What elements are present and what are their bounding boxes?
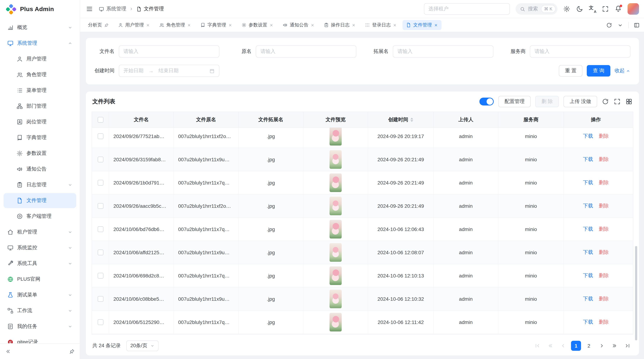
column-header-4[interactable]: 创建时间 bbox=[368, 112, 434, 127]
preview-image[interactable] bbox=[330, 150, 342, 169]
sidebar-item-6[interactable]: 岗位管理 bbox=[4, 114, 76, 129]
tab-6[interactable]: 操作日志 bbox=[320, 20, 359, 30]
row-checkbox[interactable] bbox=[98, 250, 103, 255]
translate-icon[interactable]: 文A bbox=[589, 5, 596, 12]
page-size-select[interactable]: 20条/页 bbox=[126, 341, 158, 351]
preview-image[interactable] bbox=[330, 266, 342, 285]
column-settings-icon[interactable] bbox=[626, 98, 632, 105]
vertical-scrollbar[interactable] bbox=[635, 246, 637, 341]
sidebar-item-14[interactable]: 系统监控 bbox=[4, 240, 76, 255]
close-tab-icon[interactable] bbox=[310, 23, 314, 27]
sidebar-item-12[interactable]: 客户端管理 bbox=[4, 209, 76, 224]
preview-image[interactable] bbox=[330, 290, 342, 308]
download-link[interactable]: 下载 bbox=[583, 249, 593, 256]
sidebar-item-0[interactable]: 概览 bbox=[4, 20, 76, 35]
sort-desc-icon[interactable] bbox=[410, 120, 413, 123]
row-checkbox[interactable] bbox=[98, 157, 103, 162]
delete-button[interactable]: 删 除 bbox=[535, 96, 559, 107]
download-link[interactable]: 下载 bbox=[583, 179, 593, 186]
fullscreen-table-icon[interactable] bbox=[614, 98, 621, 105]
sidebar-item-10[interactable]: 日志管理 bbox=[4, 177, 76, 192]
search-button[interactable]: 查 询 bbox=[587, 65, 610, 76]
close-tab-icon[interactable] bbox=[434, 23, 438, 27]
preview-image[interactable] bbox=[330, 173, 342, 192]
tab-1[interactable]: 用户管理 bbox=[114, 20, 154, 30]
sidebar-pin-icon[interactable] bbox=[69, 349, 75, 354]
tab-0[interactable]: 分析页 bbox=[84, 20, 112, 30]
delete-link[interactable]: 删除 bbox=[599, 203, 609, 209]
sidebar-item-3[interactable]: 角色管理 bbox=[4, 67, 76, 82]
tab-3[interactable]: 字典管理 bbox=[197, 20, 236, 30]
tab-5[interactable]: 通知公告 bbox=[279, 20, 318, 30]
download-link[interactable]: 下载 bbox=[583, 296, 593, 302]
close-tab-icon[interactable] bbox=[187, 23, 191, 27]
sidebar-item-2[interactable]: 用户管理 bbox=[4, 51, 76, 66]
layout-toggle-icon[interactable] bbox=[634, 22, 640, 28]
delete-link[interactable]: 删除 bbox=[599, 249, 609, 256]
filter-input-1[interactable]: 请输入 bbox=[256, 45, 356, 57]
row-checkbox[interactable] bbox=[98, 180, 103, 186]
sidebar-item-8[interactable]: 参数设置 bbox=[4, 146, 76, 161]
upload-button[interactable]: 上传 没做 bbox=[564, 96, 597, 107]
close-tab-icon[interactable] bbox=[228, 23, 232, 27]
stripe-toggle[interactable] bbox=[480, 98, 494, 105]
sidebar-item-15[interactable]: 系统工具 bbox=[4, 256, 76, 271]
page-2[interactable]: 2 bbox=[584, 341, 594, 351]
sidebar-item-19[interactable]: 我的任务 bbox=[4, 319, 76, 334]
date-range-input[interactable]: 开始日期 → 结束日期 bbox=[119, 65, 219, 77]
tab-options-chevron-icon[interactable] bbox=[617, 22, 623, 28]
collapse-sidebar-icon[interactable] bbox=[5, 349, 11, 354]
prev-page-icon[interactable] bbox=[558, 341, 568, 351]
filter-input-2[interactable]: 请输入 bbox=[393, 45, 494, 57]
download-link[interactable]: 下载 bbox=[583, 133, 593, 139]
download-link[interactable]: 下载 bbox=[583, 156, 593, 163]
page-1[interactable]: 1 bbox=[571, 341, 581, 351]
app-logo[interactable]: Plus Admin bbox=[0, 0, 80, 18]
hamburger-menu-icon[interactable] bbox=[86, 5, 93, 12]
row-checkbox[interactable] bbox=[98, 133, 103, 139]
preview-image[interactable] bbox=[330, 220, 342, 239]
delete-link[interactable]: 删除 bbox=[599, 319, 609, 325]
filter-input-0[interactable]: 请输入 bbox=[119, 45, 219, 57]
close-tab-icon[interactable] bbox=[270, 23, 273, 27]
row-checkbox[interactable] bbox=[98, 226, 103, 232]
download-link[interactable]: 下载 bbox=[583, 319, 593, 325]
delete-link[interactable]: 删除 bbox=[599, 296, 609, 302]
row-checkbox[interactable] bbox=[98, 296, 103, 302]
reset-button[interactable]: 重 置 bbox=[559, 65, 582, 76]
preview-image[interactable] bbox=[330, 197, 342, 215]
filter-input-3[interactable]: 请输入 bbox=[530, 45, 630, 57]
row-checkbox[interactable] bbox=[98, 319, 103, 325]
download-link[interactable]: 下载 bbox=[583, 273, 593, 279]
notifications-icon[interactable] bbox=[615, 5, 622, 12]
download-link[interactable]: 下载 bbox=[583, 226, 593, 232]
sidebar-item-16[interactable]: PLUS官网 bbox=[4, 272, 76, 287]
breadcrumb-item-1[interactable]: 文件管理 bbox=[136, 6, 164, 12]
preview-image[interactable] bbox=[330, 128, 342, 146]
preview-image[interactable] bbox=[330, 313, 342, 332]
preview-image[interactable] bbox=[330, 243, 342, 262]
refresh-table-icon[interactable] bbox=[602, 98, 609, 105]
tab-8[interactable]: 文件管理 bbox=[402, 20, 442, 30]
sidebar-item-17[interactable]: 测试菜单 bbox=[4, 288, 76, 303]
sidebar-item-5[interactable]: 部门管理 bbox=[4, 99, 76, 114]
refresh-page-icon[interactable] bbox=[606, 22, 612, 28]
sidebar-item-9[interactable]: 通知公告 bbox=[4, 162, 76, 177]
select-all-checkbox[interactable] bbox=[92, 112, 109, 127]
sort-icons[interactable] bbox=[410, 116, 413, 123]
tab-4[interactable]: 参数设置 bbox=[238, 20, 277, 30]
close-tab-icon[interactable] bbox=[352, 23, 356, 27]
sidebar-item-13[interactable]: 租户管理 bbox=[4, 225, 76, 240]
sidebar-item-1[interactable]: 系统管理 bbox=[4, 36, 76, 51]
delete-link[interactable]: 删除 bbox=[599, 273, 609, 279]
breadcrumb-item-0[interactable]: 系统管理 bbox=[99, 6, 126, 12]
first-page-icon[interactable] bbox=[532, 341, 542, 351]
delete-link[interactable]: 删除 bbox=[599, 156, 609, 163]
close-tab-icon[interactable] bbox=[146, 23, 150, 27]
delete-link[interactable]: 删除 bbox=[599, 179, 609, 186]
sidebar-item-11[interactable]: 文件管理 bbox=[4, 193, 76, 208]
sidebar-item-4[interactable]: 菜单管理 bbox=[4, 83, 76, 98]
jump-back-icon[interactable] bbox=[545, 341, 555, 351]
last-page-icon[interactable] bbox=[622, 341, 632, 351]
collapse-filter-link[interactable]: 收起 bbox=[615, 68, 630, 74]
